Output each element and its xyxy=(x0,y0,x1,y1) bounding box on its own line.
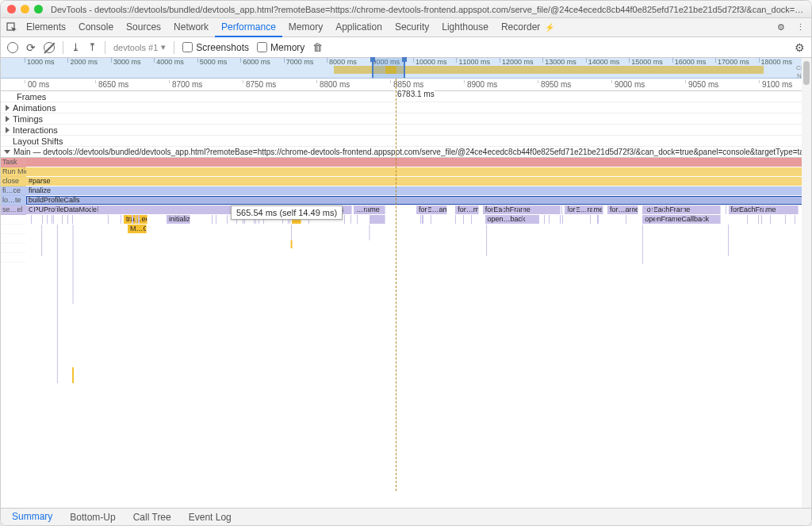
overview-tick: 1000 ms xyxy=(25,58,55,63)
flame-block[interactable]: forE…ame xyxy=(416,205,447,214)
main-thread-label: Main — devtools://devtools/bundled/devto… xyxy=(13,148,811,156)
flame-gutter-row xyxy=(1,244,26,253)
timeline-ruler[interactable]: 00 ms8650 ms8700 ms8750 ms8800 ms8850 ms… xyxy=(1,79,811,91)
performance-toolbar: ⟳ ⤓ ⤒ devtools #1 ▾ Screenshots Memory 🗑… xyxy=(1,37,811,58)
details-tab-call-tree[interactable]: Call Tree xyxy=(125,509,179,526)
flame-gutter-row: close xyxy=(1,177,26,186)
flame-block[interactable]: …rame xyxy=(354,205,385,214)
overview-tick: 7000 ms xyxy=(284,58,314,63)
tab-network[interactable]: Network xyxy=(167,18,215,37)
interactions-track[interactable]: Interactions xyxy=(1,125,811,136)
overview-tick: 10000 ms xyxy=(413,58,447,63)
separator xyxy=(63,41,63,54)
profile-selector-value: devtools #1 xyxy=(113,43,158,52)
vertical-scrollbar[interactable] xyxy=(802,58,811,508)
tab-recorder[interactable]: Recorder xyxy=(495,18,546,37)
flame-gutter-row: se…el xyxy=(1,205,26,215)
main-thread-header[interactable]: Main — devtools://devtools/bundled/devto… xyxy=(1,147,811,158)
record-button[interactable] xyxy=(7,42,18,53)
tab-console[interactable]: Console xyxy=(72,18,120,37)
overview-tick: 8000 ms xyxy=(327,58,357,63)
flame-block[interactable]: #parse xyxy=(26,177,806,186)
tab-security[interactable]: Security xyxy=(389,18,435,37)
flame-block[interactable] xyxy=(26,158,806,167)
flame-gutter-row: lo…te xyxy=(1,196,26,205)
details-tab-event-log[interactable]: Event Log xyxy=(181,509,239,526)
timings-track[interactable]: Timings xyxy=(1,113,811,125)
flame-block[interactable]: initialize xyxy=(167,215,190,224)
memory-checkbox[interactable]: Memory xyxy=(257,42,304,53)
tab-performance[interactable]: Performance xyxy=(215,18,282,37)
ruler-tick: 8750 ms xyxy=(243,80,276,83)
ruler-tick: 8850 ms xyxy=(390,80,423,83)
tab-application[interactable]: Application xyxy=(329,18,389,37)
tab-memory[interactable]: Memory xyxy=(282,18,329,37)
memory-checkbox-input[interactable] xyxy=(257,42,267,52)
timeline-overview[interactable]: 1000 ms2000 ms3000 ms4000 ms5000 ms6000 … xyxy=(1,58,811,79)
flame-gutter-row xyxy=(1,253,26,263)
ruler-tick: 8800 ms xyxy=(316,80,350,83)
overview-tick: 18000 ms xyxy=(759,58,793,63)
clear-button[interactable] xyxy=(44,42,55,53)
details-tab-summary[interactable]: Summary xyxy=(4,508,60,527)
settings-icon[interactable]: ⚙ xyxy=(775,21,787,34)
scrollbar-thumb[interactable] xyxy=(803,61,810,85)
close-window-button[interactable] xyxy=(7,5,16,13)
flame-block[interactable]: finalize xyxy=(26,186,806,195)
flame-block[interactable]: forEachFrame xyxy=(642,205,720,214)
minimize-window-button[interactable] xyxy=(21,5,29,13)
separator xyxy=(105,41,105,54)
flame-block[interactable]: openFrameCallback xyxy=(642,215,720,224)
flame-block[interactable]: buildProfileCalls xyxy=(26,196,806,205)
ruler-tick: 8900 ms xyxy=(464,80,497,83)
tooltip-text: 565.54 ms (self 14.49 ms) xyxy=(236,208,337,217)
more-icon[interactable]: ⋮ xyxy=(794,21,806,34)
screenshots-checkbox[interactable]: Screenshots xyxy=(182,42,249,53)
animations-track[interactable]: Animations xyxy=(1,102,811,113)
layout-shifts-label: Layout Shifts xyxy=(13,136,63,146)
flame-chart[interactable]: TaskRun Microtasksclosefi…celo…tese…el #… xyxy=(1,158,811,459)
window-title: DevTools - devtools://devtools/bundled/d… xyxy=(51,5,805,14)
ruler-tick: 8700 ms xyxy=(169,80,202,83)
flame-detail-area xyxy=(26,225,806,439)
flame-gutter-row xyxy=(1,215,26,225)
flame-block[interactable] xyxy=(26,167,806,176)
details-tabs: SummaryBottom-UpCall TreeEvent Log xyxy=(1,508,811,525)
overview-tick: 12000 ms xyxy=(500,58,534,63)
details-tab-bottom-up[interactable]: Bottom-Up xyxy=(62,509,123,526)
flame-block[interactable] xyxy=(370,215,385,224)
ruler-tick: 8950 ms xyxy=(538,80,571,83)
overview-tick: 11000 ms xyxy=(456,58,490,63)
overview-selection-window[interactable] xyxy=(372,58,405,78)
tab-elements[interactable]: Elements xyxy=(20,18,72,37)
zoom-window-button[interactable] xyxy=(34,5,43,13)
layout-shifts-track[interactable]: Layout Shifts xyxy=(1,136,811,147)
chevron-down-icon: ▾ xyxy=(161,42,166,52)
flame-block[interactable]: for…ame xyxy=(607,205,638,214)
flame-gutter-row: Run Microtasks xyxy=(1,167,26,177)
flame-block[interactable]: forE…rame xyxy=(565,205,603,214)
animations-label: Animations xyxy=(13,103,56,113)
ruler-tick: 9000 ms xyxy=(611,80,645,83)
ruler-tick: 00 ms xyxy=(25,80,49,83)
tab-sources[interactable]: Sources xyxy=(120,18,167,37)
screenshots-checkbox-input[interactable] xyxy=(182,42,193,52)
tab-lighthouse[interactable]: Lighthouse xyxy=(435,18,495,37)
overview-tick: 2000 ms xyxy=(67,58,98,63)
overview-tick: 16000 ms xyxy=(672,58,707,63)
reload-record-button[interactable]: ⟳ xyxy=(26,41,36,54)
profile-selector[interactable]: devtools #1 ▾ xyxy=(113,42,166,52)
flame-tooltip: 565.54 ms (self 14.49 ms) xyxy=(231,205,343,220)
flame-block[interactable]: open…back xyxy=(485,215,540,224)
collect-garbage-icon[interactable]: 🗑 xyxy=(312,41,323,53)
ruler-tick: 9050 ms xyxy=(685,80,718,83)
ruler-tick: 9100 ms xyxy=(759,80,792,83)
flame-block[interactable]: forEachFrame xyxy=(483,205,561,214)
recorder-badge-icon: ⚡ xyxy=(545,23,554,32)
overview-tick: 15000 ms xyxy=(629,58,663,63)
save-profile-button[interactable]: ⤒ xyxy=(88,41,97,53)
load-profile-button[interactable]: ⤓ xyxy=(71,41,80,53)
capture-settings-icon[interactable]: ⚙ xyxy=(795,41,805,54)
inspect-element-icon[interactable] xyxy=(6,21,18,34)
flame-block[interactable]: for…me xyxy=(455,205,479,214)
